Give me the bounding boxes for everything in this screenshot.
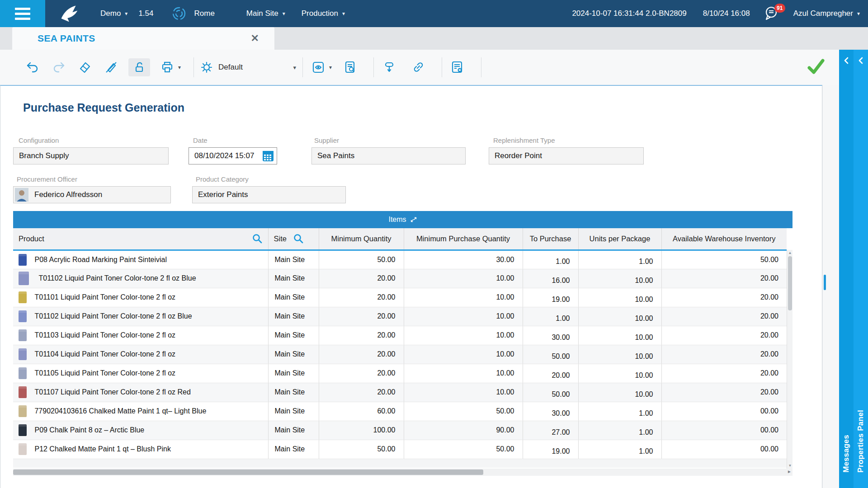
min-purchase-quantity-cell[interactable]: 10.00: [404, 288, 523, 307]
available-warehouse-inventory-cell[interactable]: 00.00: [661, 440, 787, 459]
min-quantity-cell[interactable]: 20.00: [319, 326, 404, 345]
min-quantity-cell[interactable]: 50.00: [319, 440, 404, 459]
to-purchase-cell[interactable]: 27.00: [523, 421, 578, 440]
available-warehouse-inventory-cell[interactable]: 00.00: [661, 421, 787, 440]
column-header-to-purchase[interactable]: To Purchase: [523, 228, 578, 250]
available-warehouse-inventory-cell[interactable]: 20.00: [661, 383, 787, 402]
units-per-package-cell[interactable]: 10.00: [578, 326, 661, 345]
min-quantity-cell[interactable]: 20.00: [319, 307, 404, 326]
min-quantity-cell[interactable]: 20.00: [319, 345, 404, 364]
min-quantity-cell[interactable]: 100.00: [319, 421, 404, 440]
site-cell[interactable]: Main Site: [268, 383, 319, 402]
supplier-field[interactable]: Sea Paints: [311, 147, 466, 164]
available-warehouse-inventory-cell[interactable]: 50.00: [661, 250, 787, 269]
table-row[interactable]: 7790204103616 Chalked Matte Paint 1 qt– …: [13, 402, 787, 421]
to-purchase-cell[interactable]: 1.00: [523, 307, 578, 326]
profile-dropdown[interactable]: Default ▾: [200, 61, 296, 74]
table-row[interactable]: T01107 Liquid Paint Toner Color-tone 2 f…: [13, 383, 787, 402]
column-header-site[interactable]: Site: [268, 228, 319, 250]
environment-selector[interactable]: Demo ▾: [100, 9, 127, 18]
table-row[interactable]: T01103 Liquid Paint Toner Color-tone 2 f…: [13, 326, 787, 345]
notifications-button[interactable]: 91: [764, 5, 782, 22]
units-per-package-cell[interactable]: 10.00: [578, 288, 661, 307]
column-header-units-per-package[interactable]: Units per Package: [578, 228, 661, 250]
table-row[interactable]: T01101 Liquid Paint Toner Color-tone 2 f…: [13, 288, 787, 307]
min-quantity-cell[interactable]: 20.00: [319, 364, 404, 383]
vertical-scroll-thumb[interactable]: [788, 256, 792, 310]
min-quantity-cell[interactable]: 20.00: [319, 383, 404, 402]
to-purchase-cell[interactable]: 50.00: [523, 345, 578, 364]
scroll-down-icon[interactable]: ▼: [787, 464, 793, 468]
site-selector[interactable]: Main Site ▾: [246, 9, 285, 18]
units-per-package-cell[interactable]: 10.00: [578, 269, 661, 288]
print-button[interactable]: [158, 58, 176, 76]
available-warehouse-inventory-cell[interactable]: 00.00: [661, 402, 787, 421]
column-header-min-purchase-quantity[interactable]: Minimum Purchase Quantity: [404, 228, 523, 250]
min-quantity-cell[interactable]: 50.00: [319, 250, 404, 269]
undo-button[interactable]: [24, 58, 42, 76]
table-horizontal-scrollbar[interactable]: ►: [13, 469, 793, 476]
site-cell[interactable]: Main Site: [268, 364, 319, 383]
to-purchase-cell[interactable]: 50.00: [523, 383, 578, 402]
calendar-icon[interactable]: [262, 150, 274, 162]
print-options-caret[interactable]: ▾: [178, 64, 181, 70]
design-mode-button[interactable]: [102, 58, 120, 76]
redo-button[interactable]: [50, 58, 68, 76]
scroll-right-icon[interactable]: ►: [787, 469, 792, 474]
table-row[interactable]: T01105 Liquid Paint Toner Color-tone 2 f…: [13, 364, 787, 383]
table-row[interactable]: P12 Chalked Matte Paint 1 qt – Blush Pin…: [13, 440, 787, 459]
remove-list-button[interactable]: [448, 58, 467, 76]
units-per-package-cell[interactable]: 10.00: [578, 307, 661, 326]
configuration-field[interactable]: Branch Supply: [13, 147, 169, 164]
table-vertical-scrollbar[interactable]: ▲ ▼: [787, 250, 793, 469]
table-row[interactable]: P09 Chalk Paint 8 oz – Arctic Blue Main …: [13, 421, 787, 440]
min-purchase-quantity-cell[interactable]: 50.00: [404, 402, 523, 421]
min-purchase-quantity-cell[interactable]: 30.00: [404, 250, 523, 269]
min-quantity-cell[interactable]: 60.00: [319, 402, 404, 421]
available-warehouse-inventory-cell[interactable]: 20.00: [661, 345, 787, 364]
min-quantity-cell[interactable]: 20.00: [319, 269, 404, 288]
available-warehouse-inventory-cell[interactable]: 20.00: [661, 288, 787, 307]
available-warehouse-inventory-cell[interactable]: 20.00: [661, 269, 787, 288]
min-purchase-quantity-cell[interactable]: 90.00: [404, 421, 523, 440]
column-header-min-quantity[interactable]: Minimum Quantity: [319, 228, 404, 250]
units-per-package-cell[interactable]: 10.00: [578, 364, 661, 383]
site-cell[interactable]: Main Site: [268, 269, 319, 288]
to-purchase-cell[interactable]: 30.00: [523, 402, 578, 421]
table-row[interactable]: P08 Acrylic Road Marking Paint Sinteivia…: [13, 250, 787, 269]
table-row[interactable]: T01104 Liquid Paint Toner Color-tone 2 f…: [13, 345, 787, 364]
to-purchase-cell[interactable]: 19.00: [523, 288, 578, 307]
workflow-button[interactable]: [380, 58, 398, 76]
search-icon[interactable]: [293, 233, 304, 244]
site-cell[interactable]: Main Site: [268, 440, 319, 459]
min-purchase-quantity-cell[interactable]: 10.00: [404, 269, 523, 288]
table-row[interactable]: T01102 Liquid Paint Toner Color-tone 2 f…: [13, 269, 787, 288]
units-per-package-cell[interactable]: 10.00: [578, 345, 661, 364]
preview-options-caret[interactable]: ▾: [329, 64, 332, 70]
min-purchase-quantity-cell[interactable]: 10.00: [404, 345, 523, 364]
site-cell[interactable]: Main Site: [268, 345, 319, 364]
column-header-product[interactable]: Product: [13, 228, 268, 250]
table-row[interactable]: T01102 Liquid Paint Toner Color-tone 2 f…: [13, 307, 787, 326]
close-icon[interactable]: ✕: [251, 33, 259, 43]
min-quantity-cell[interactable]: 20.00: [319, 288, 404, 307]
units-per-package-cell[interactable]: 10.00: [578, 383, 661, 402]
page-scrollbar-track[interactable]: [823, 85, 839, 488]
mode-selector[interactable]: Production ▾: [302, 9, 345, 18]
date-field[interactable]: 08/10/2024 15:07: [189, 147, 277, 164]
to-purchase-cell[interactable]: 16.00: [523, 269, 578, 288]
site-cell[interactable]: Main Site: [268, 326, 319, 345]
available-warehouse-inventory-cell[interactable]: 20.00: [661, 364, 787, 383]
search-icon[interactable]: [252, 233, 263, 244]
to-purchase-cell[interactable]: 19.00: [523, 440, 578, 459]
tab-sea-paints[interactable]: SEA PAINTS ✕: [12, 27, 274, 50]
min-purchase-quantity-cell[interactable]: 10.00: [404, 364, 523, 383]
horizontal-scroll-thumb[interactable]: [13, 469, 483, 475]
expand-icon[interactable]: [410, 216, 417, 223]
user-menu[interactable]: Azul Campregher ▾: [793, 9, 868, 18]
hamburger-menu-icon[interactable]: [0, 0, 45, 27]
available-warehouse-inventory-cell[interactable]: 20.00: [661, 307, 787, 326]
units-per-package-cell[interactable]: 1.00: [578, 421, 661, 440]
link-button[interactable]: [409, 58, 427, 76]
min-purchase-quantity-cell[interactable]: 10.00: [404, 307, 523, 326]
